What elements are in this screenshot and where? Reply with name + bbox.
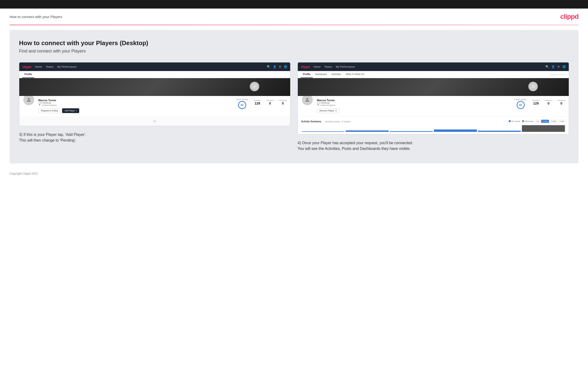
left-tab-profile[interactable]: Profile: [22, 71, 34, 78]
left-column: clippd Home Teams My Performance 🔍 👤 ⚙ 🌐…: [19, 62, 290, 151]
right-stat-followers: Followers 0: [545, 99, 553, 105]
remove-player-button[interactable]: Remove Player ✕: [317, 108, 340, 113]
chart-bar-5: [478, 131, 521, 132]
add-player-button[interactable]: Add Player +: [62, 108, 79, 113]
left-mock-browser: clippd Home Teams My Performance 🔍 👤 ⚙ 🌐…: [19, 62, 290, 126]
off-course-dot: [522, 120, 524, 122]
logo: clippd: [560, 13, 579, 20]
chart-bar-4: [434, 129, 477, 132]
right-settings-icon: ⚙: [557, 65, 560, 68]
left-location: 📍 United Kingdom: [38, 104, 233, 106]
left-quality-label: Player Quality: [236, 98, 248, 100]
right-mock-nav: clippd Home Teams My Performance 🔍 👤 ⚙ 🌐: [298, 62, 569, 71]
right-mock-profile: Marcus Turner 1-5 Handicap 📍 United King…: [298, 96, 569, 117]
time-1yr-button[interactable]: 1 yr: [535, 120, 541, 123]
chevron-down-icon: ▾: [565, 73, 566, 76]
right-description: 4) Once your Player has accepted your re…: [298, 140, 569, 151]
settings-icon: ⚙: [279, 65, 281, 68]
right-search-icon: 🔍: [545, 65, 549, 68]
activity-title-group: Activity Summary Monthly Activity · 6 Mo…: [301, 119, 350, 123]
right-user-icon: 👤: [551, 65, 555, 68]
right-mock-logo: clippd: [301, 65, 310, 69]
left-scroll-area: ✂: [19, 117, 290, 126]
left-hero-circle: [250, 82, 259, 91]
left-nav-home: Home: [35, 65, 42, 68]
legend-on-course: On course: [509, 120, 520, 122]
left-stat-activities: Activities 129: [254, 99, 261, 105]
right-tab-profile[interactable]: Profile: [301, 71, 313, 78]
left-handicap: 1-5 Handicap: [38, 102, 233, 104]
right-tab-activities[interactable]: Activities: [329, 71, 343, 78]
right-quality-circle: 92: [517, 101, 525, 109]
left-stat-following: Following 0: [279, 99, 287, 105]
globe-icon: 🌐: [284, 65, 287, 68]
svg-point-1: [306, 98, 308, 100]
on-course-dot: [509, 120, 511, 122]
time-3mths-button[interactable]: 3 mths: [550, 120, 558, 123]
close-icon: ✕: [335, 109, 337, 112]
request-follow-button[interactable]: Request to Follow: [38, 108, 61, 113]
activity-legend: On course Off course: [509, 120, 534, 122]
left-mock-hero: [19, 78, 290, 96]
left-nav-teams: Teams: [46, 65, 53, 68]
right-quality-label: Player Quality: [515, 98, 527, 100]
page-subheading: Find and connect with your Players: [19, 49, 569, 54]
left-stats: Activities 129 Followers 0 Following 0: [254, 98, 287, 105]
right-profile-info: Marcus Turner 1-5 Handicap 📍 United King…: [317, 98, 511, 113]
right-nav-icons: 🔍 👤 ⚙ 🌐: [545, 65, 566, 68]
time-buttons: 1 yr 6 mths 3 mths 1 mth: [535, 120, 565, 123]
activity-chart: [301, 125, 565, 132]
activity-title: Activity Summary: [301, 120, 321, 123]
time-1mth-button[interactable]: 1 mth: [558, 120, 565, 123]
top-bar: [0, 0, 588, 8]
left-description: 3) If this is your Player tap, 'Add Play…: [19, 132, 290, 143]
header-title: How to connect with your Players: [9, 15, 62, 19]
left-player-quality: Player Quality 92: [236, 98, 248, 109]
right-mock-hero: [298, 78, 569, 96]
left-action-buttons: Request to Follow Add Player +: [38, 108, 233, 113]
right-player-quality: Player Quality 92: [515, 98, 527, 109]
left-mock-logo: clippd: [22, 65, 31, 69]
location-pin-icon: 📍: [38, 104, 41, 106]
right-player-name: Marcus Turner: [317, 99, 511, 102]
right-action-buttons: Remove Player ✕: [317, 108, 511, 113]
left-nav-icons: 🔍 👤 ⚙ 🌐: [267, 65, 287, 68]
chart-bar-3: [390, 131, 433, 132]
right-tab-what-to-work-on[interactable]: What To Work On: [344, 71, 367, 78]
activity-subtitle: Monthly Activity · 6 Months: [325, 120, 351, 123]
left-profile-row: Marcus Turner 1-5 Handicap 📍 United King…: [23, 98, 287, 113]
header-divider: [9, 25, 579, 25]
left-mock-profile: Marcus Turner 1-5 Handicap 📍 United King…: [19, 96, 290, 117]
left-mock-nav: clippd Home Teams My Performance 🔍 👤 ⚙ 🌐: [19, 62, 290, 71]
page-heading: How to connect with your Players (Deskto…: [19, 39, 569, 47]
right-stat-following: Following 0: [557, 99, 565, 105]
header: How to connect with your Players clippd: [0, 8, 588, 25]
chart-bar-1: [302, 131, 345, 132]
right-mock-browser: clippd Home Teams My Performance 🔍 👤 ⚙ 🌐…: [298, 62, 569, 134]
time-6mths-button[interactable]: 6 mths: [541, 120, 549, 123]
right-tab-dashboard[interactable]: Dashboard: [313, 71, 329, 78]
copyright-text: Copyright Clippd 2022: [9, 172, 38, 175]
right-nav-home: Home: [313, 65, 320, 68]
right-location: 📍 United Kingdom: [317, 104, 511, 106]
search-icon: 🔍: [267, 65, 270, 68]
right-location-pin-icon: 📍: [317, 104, 320, 106]
left-player-name: Marcus Turner: [38, 99, 233, 102]
right-column: clippd Home Teams My Performance 🔍 👤 ⚙ 🌐…: [298, 62, 569, 151]
right-mock-tabs: Profile Dashboard Activities What To Wor…: [298, 71, 569, 78]
footer: Copyright Clippd 2022: [0, 168, 588, 179]
activity-controls: On course Off course 1 yr 6 mths 3: [509, 120, 565, 123]
right-globe-icon: 🌐: [562, 65, 566, 68]
left-mock-tabs: Profile: [19, 71, 290, 78]
user-dropdown[interactable]: Marcus Turner ▾: [550, 73, 566, 76]
left-nav-performance: My Performance: [57, 65, 77, 68]
right-hero-circle: [528, 82, 538, 91]
activity-header: Activity Summary Monthly Activity · 6 Mo…: [301, 119, 565, 123]
legend-off-course: Off course: [522, 120, 534, 122]
activity-summary: Activity Summary Monthly Activity · 6 Mo…: [298, 117, 569, 134]
left-stat-followers: Followers 0: [266, 99, 274, 105]
left-profile-info: Marcus Turner 1-5 Handicap 📍 United King…: [38, 98, 233, 113]
user-icon: 👤: [273, 65, 277, 68]
columns-layout: clippd Home Teams My Performance 🔍 👤 ⚙ 🌐…: [19, 62, 569, 151]
right-stats: Activities 129 Followers 0 Following 0: [532, 98, 565, 105]
